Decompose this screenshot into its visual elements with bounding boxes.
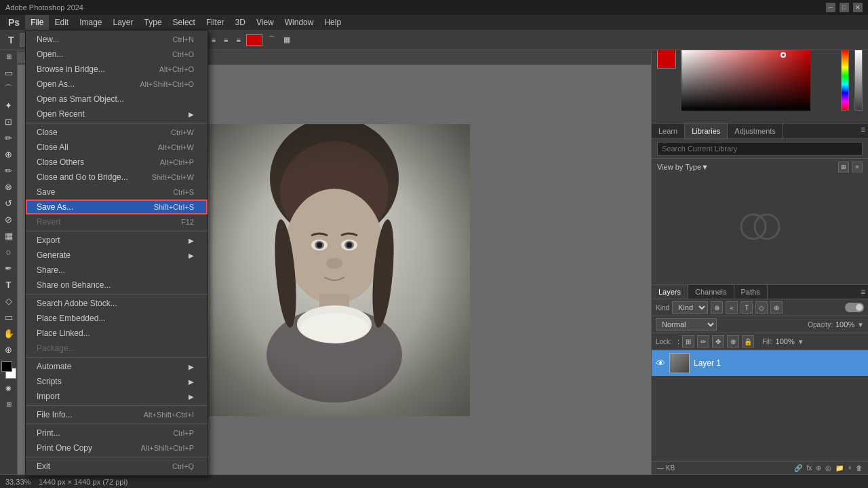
menu-import[interactable]: Import ▶ [26, 389, 208, 404]
menu-close-all[interactable]: Close All Alt+Ctrl+W [26, 140, 208, 155]
menu-share[interactable]: Share... [26, 263, 208, 278]
menu-print-one[interactable]: Print One Copy Alt+Shift+Ctrl+P [26, 440, 208, 455]
menu-close-go-bridge[interactable]: Close and Go to Bridge... Shift+Ctrl+W [26, 170, 208, 185]
menu-share-behance[interactable]: Share on Behance... [26, 278, 208, 293]
adjustment-filter-btn[interactable]: ≈ [726, 301, 738, 314]
lock-position-btn[interactable]: ✥ [712, 335, 724, 348]
align-right-icon[interactable]: ≡ [234, 35, 243, 45]
menu-filter[interactable]: Filter [201, 15, 230, 30]
view-by-dropdown[interactable]: ▼ [701, 163, 709, 171]
artboard-tool[interactable]: ⊞ [1, 49, 16, 64]
select-rect-tool[interactable]: ▭ [1, 65, 16, 80]
fill-value[interactable]: 100% [776, 337, 795, 345]
libraries-menu[interactable]: ≡ [858, 124, 868, 138]
menu-view[interactable]: View [251, 15, 279, 30]
eraser-tool[interactable]: ⊘ [1, 212, 16, 227]
close-button[interactable]: ✕ [853, 3, 863, 12]
warp-icon[interactable]: ⌒ [265, 33, 278, 46]
library-search-input[interactable] [657, 142, 863, 155]
menu-open-smart[interactable]: Open as Smart Object... [26, 92, 208, 107]
opacity-slider[interactable] [854, 50, 863, 111]
clone-tool[interactable]: ⊗ [1, 179, 16, 194]
foreground-color-swatch[interactable] [657, 50, 676, 69]
menu-export[interactable]: Export ▶ [26, 233, 208, 248]
layer-visibility-eye[interactable]: 👁 [656, 358, 665, 369]
pixel-filter-btn[interactable]: ⊕ [711, 301, 723, 314]
menu-image[interactable]: Image [74, 15, 107, 30]
menu-automate[interactable]: Automate ▶ [26, 359, 208, 374]
menu-close-others[interactable]: Close Others Alt+Ctrl+P [26, 155, 208, 170]
window-controls[interactable]: ─ □ ✕ [826, 3, 863, 12]
menu-generate[interactable]: Generate ▶ [26, 248, 208, 263]
lock-artboard-btn[interactable]: ⊕ [727, 335, 739, 348]
smart-filter-btn[interactable]: ⊕ [770, 301, 783, 314]
menu-place-embedded[interactable]: Place Embedded... [26, 311, 208, 326]
menu-type[interactable]: Type [139, 15, 167, 30]
align-center-icon[interactable]: ≡ [221, 35, 231, 45]
quick-mask-tool[interactable]: ◉ [1, 380, 16, 395]
screen-mode-tool[interactable]: ⊞ [1, 396, 16, 411]
menu-3d[interactable]: 3D [230, 15, 251, 30]
type-tool[interactable]: T [1, 277, 16, 292]
grid-view-button[interactable]: ⊞ [838, 162, 849, 172]
menu-revert[interactable]: Revert F12 [26, 214, 208, 229]
brush-tool[interactable]: ✏ [1, 163, 16, 178]
menu-file[interactable]: File [25, 15, 49, 30]
heal-tool[interactable]: ⊕ [1, 147, 16, 162]
menu-open-recent[interactable]: Open Recent ▶ [26, 107, 208, 121]
lock-image-btn[interactable]: ✏ [697, 335, 709, 348]
tab-layers[interactable]: Layers [652, 285, 688, 299]
layers-kind-select[interactable]: Kind [672, 301, 708, 314]
tab-adjustments[interactable]: Adjustments [728, 124, 783, 138]
tab-paths[interactable]: Paths [734, 285, 768, 299]
path-select-tool[interactable]: ◇ [1, 293, 16, 308]
align-left-icon[interactable]: ≡ [209, 35, 218, 45]
blend-mode-select[interactable]: Normal [656, 318, 717, 331]
3d-icon[interactable]: ▦ [281, 34, 293, 45]
filter-toggle[interactable] [845, 303, 864, 312]
lock-all-btn[interactable]: 🔒 [742, 335, 754, 348]
menu-search-stock[interactable]: Search Adobe Stock... [26, 296, 208, 311]
magic-wand-tool[interactable]: ✦ [1, 98, 16, 113]
hand-tool[interactable]: ✋ [1, 326, 16, 341]
tab-libraries[interactable]: Libraries [685, 124, 728, 138]
delete-layer-icon[interactable]: 🗑 [856, 464, 863, 472]
minimize-button[interactable]: ─ [826, 3, 835, 12]
menu-save[interactable]: Save Ctrl+S [26, 185, 208, 200]
menu-print[interactable]: Print... Ctrl+P [26, 426, 208, 440]
shape-filter-btn[interactable]: ◇ [755, 301, 768, 314]
tab-learn[interactable]: Learn [652, 124, 685, 138]
pen-tool[interactable]: ✒ [1, 261, 16, 276]
menu-file-info[interactable]: File Info... Alt+Shift+Ctrl+I [26, 407, 208, 422]
crop-tool[interactable]: ⊡ [1, 114, 16, 129]
menu-select[interactable]: Select [167, 15, 201, 30]
foreground-color[interactable] [1, 361, 12, 372]
list-view-button[interactable]: ≡ [852, 162, 863, 172]
add-mask-icon[interactable]: ⊕ [816, 464, 821, 472]
ps-logo-menu[interactable]: Ps [3, 15, 25, 30]
menu-save-as[interactable]: Save As... Shift+Ctrl+S [26, 200, 208, 214]
fill-arrow[interactable]: ▼ [797, 338, 804, 345]
menu-layer[interactable]: Layer [108, 15, 139, 30]
menu-close[interactable]: Close Ctrl+W [26, 125, 208, 140]
maximize-button[interactable]: □ [840, 3, 849, 12]
opacity-arrow[interactable]: ▼ [857, 321, 864, 329]
menu-exit[interactable]: Exit Ctrl+Q [26, 459, 208, 474]
opacity-value[interactable]: 100% [835, 320, 854, 329]
zoom-tool[interactable]: ⊕ [1, 342, 16, 357]
table-row[interactable]: 👁 Layer 1 [652, 350, 868, 376]
eyedropper-tool[interactable]: ✏ [1, 130, 16, 145]
create-group-icon[interactable]: 📁 [835, 464, 844, 472]
menu-browse-bridge[interactable]: Browse in Bridge... Alt+Ctrl+O [26, 62, 208, 77]
text-color-swatch[interactable] [246, 34, 262, 46]
type-filter-btn[interactable]: T [741, 301, 753, 314]
menu-help[interactable]: Help [319, 15, 347, 30]
gradient-tool[interactable]: ▦ [1, 228, 16, 243]
hue-slider[interactable] [841, 50, 849, 111]
lasso-tool[interactable]: ⌒ [1, 81, 16, 96]
menu-package[interactable]: Package... [26, 341, 208, 356]
menu-window[interactable]: Window [279, 15, 319, 30]
shape-tool[interactable]: ▭ [1, 309, 16, 324]
menu-scripts[interactable]: Scripts ▶ [26, 374, 208, 389]
new-layer-icon[interactable]: + [848, 464, 852, 472]
